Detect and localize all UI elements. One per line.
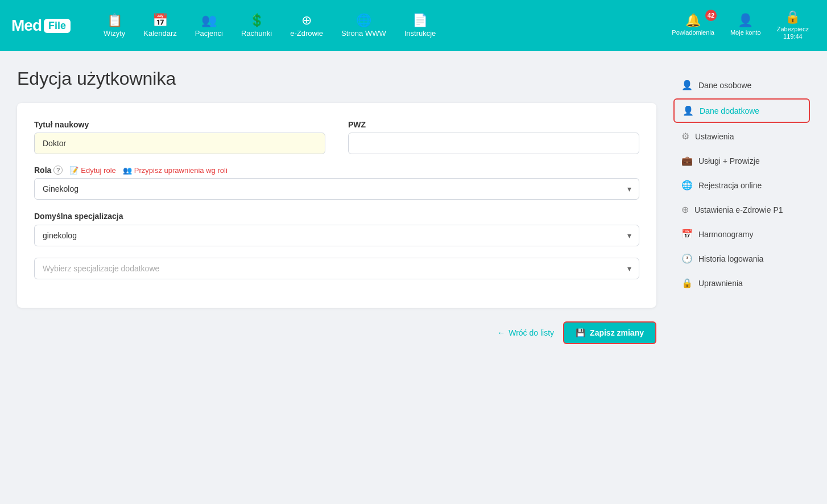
- ezdrowie-label: e-Zdrowie: [290, 29, 323, 38]
- save-icon: 💾: [576, 328, 585, 337]
- nav-item-instrukcje[interactable]: 📄 Instrukcje: [398, 10, 443, 42]
- domyslna-spec-section: Domyślna specjalizacja ginekologkardiolo…: [34, 211, 639, 246]
- kalendarz-label: Kalendarz: [143, 29, 177, 38]
- wizyty-label: Wizyty: [104, 29, 125, 38]
- stronawww-label: Strona WWW: [341, 29, 386, 38]
- harmonogramy-icon: 📅: [681, 229, 693, 239]
- logo[interactable]: Med File: [11, 16, 85, 35]
- nav-item-ezdrowie[interactable]: ⊕ e-Zdrowie: [283, 10, 330, 42]
- rola-label: Rola ?: [34, 166, 63, 175]
- rachunki-icon: 💲: [249, 14, 264, 27]
- domyslna-spec-wrapper: ginekologkardiologortopedapediatra: [34, 225, 639, 246]
- ezdrowie-icon: ⊕: [301, 14, 312, 27]
- sidebar-item-dane-dodatkowe[interactable]: 👤 Dane dodatkowe: [673, 98, 810, 123]
- content-area: Edycja użytkownika Tytuł naukowy PWZ Rol…: [17, 68, 656, 344]
- mojekonto-label: Moje konto: [730, 29, 761, 36]
- tytul-label: Tytuł naukowy: [34, 120, 325, 129]
- rejestracja-online-icon: 🌐: [681, 180, 693, 191]
- dane-osobowe-icon: 👤: [681, 80, 693, 90]
- spec-dodatkowe-wrapper: Wybierz specjalizacje dodatkowe: [34, 258, 639, 279]
- instrukcje-label: Instrukcje: [404, 29, 436, 38]
- sidebar-label-uprawnienia: Uprawnienia: [698, 279, 743, 288]
- sidebar-label-historia-logowania: Historia logowania: [698, 254, 763, 263]
- form-card: Tytuł naukowy PWZ Rola ? 📝 E: [17, 103, 656, 308]
- sidebar-label-ustawienia: Ustawienia: [695, 132, 734, 141]
- rola-select[interactable]: GinekologLekarzPielęgniarkaRecepcjonistk…: [34, 178, 639, 200]
- historia-logowania-icon: 🕐: [681, 253, 693, 264]
- kalendarz-icon: 📅: [152, 14, 168, 27]
- main-content: Edycja użytkownika Tytuł naukowy PWZ Rol…: [0, 51, 827, 361]
- sidebar-label-rejestracja-online: Rejestracja online: [698, 181, 762, 190]
- save-button[interactable]: 💾 Zapisz zmiany: [563, 321, 656, 344]
- action-row: ← Wróć do listy 💾 Zapisz zmiany: [17, 321, 656, 344]
- domyslna-spec-select[interactable]: ginekologkardiologortopedapediatra: [34, 225, 639, 246]
- powiadomienia-label: Powiadomienia: [672, 29, 714, 36]
- tytul-input[interactable]: [34, 133, 325, 154]
- pacjenci-icon: 👥: [201, 14, 217, 27]
- sidebar-label-dane-dodatkowe: Dane dodatkowe: [700, 106, 759, 115]
- nav-item-kalendarz[interactable]: 📅 Kalendarz: [137, 10, 184, 42]
- spec-dodatkowe-select[interactable]: Wybierz specjalizacje dodatkowe: [34, 258, 639, 279]
- uslugi-prowizje-icon: 💼: [681, 155, 693, 166]
- sidebar-item-harmonogramy[interactable]: 📅 Harmonogramy: [673, 223, 810, 245]
- sidebar-item-historia-logowania[interactable]: 🕐 Historia logowania: [673, 247, 810, 270]
- nav-right-powiadomienia[interactable]: 42 🔔 Powiadomienia: [665, 10, 721, 41]
- ustawienia-icon: ⚙: [681, 131, 689, 142]
- page-title: Edycja użytkownika: [17, 68, 656, 89]
- dane-dodatkowe-icon: 👤: [683, 105, 694, 116]
- rola-select-wrapper: GinekologLekarzPielęgniarkaRecepcjonistk…: [34, 178, 639, 200]
- domyslna-spec-label: Domyślna specjalizacja: [34, 212, 123, 221]
- przypisz-uprawnienia-button[interactable]: 👥 Przypisz uprawnienia wg roli: [123, 166, 228, 175]
- mojekonto-icon: 👤: [738, 14, 753, 27]
- stronawww-icon: 🌐: [356, 14, 371, 27]
- sidebar-item-uprawnienia[interactable]: 🔒 Uprawnienia: [673, 272, 810, 294]
- nav-items: 📋 Wizyty 📅 Kalendarz 👥 Pacjenci 💲 Rachun…: [97, 10, 659, 42]
- logo-med: Med: [11, 16, 42, 35]
- pwz-label: PWZ: [348, 120, 639, 129]
- tytul-group: Tytuł naukowy: [34, 120, 325, 154]
- role-label-row: Rola ? 📝 Edytuj role 👥 Przypisz uprawnie…: [34, 166, 639, 175]
- edytuj-role-button[interactable]: 📝 Edytuj role: [69, 166, 115, 175]
- sidebar-item-dane-osobowe[interactable]: 👤 Dane osobowe: [673, 74, 810, 96]
- nav-right-zabezpiecz[interactable]: 🔒 Zabezpiecz119:44: [770, 6, 816, 45]
- sidebar-item-uslugi-prowizje[interactable]: 💼 Usługi + Prowizje: [673, 150, 810, 172]
- pacjenci-label: Pacjenci: [195, 29, 223, 38]
- sidebar: 👤 Dane osobowe 👤 Dane dodatkowe ⚙ Ustawi…: [673, 68, 810, 344]
- nav-item-wizyty[interactable]: 📋 Wizyty: [97, 10, 132, 42]
- ustawienia-ezdrowie-icon: ⊕: [681, 204, 689, 215]
- rola-section: Rola ? 📝 Edytuj role 👥 Przypisz uprawnie…: [34, 166, 639, 200]
- pwz-group: PWZ: [348, 120, 639, 154]
- uprawnienia-icon: 🔒: [681, 278, 693, 288]
- zabezpiecz-icon: 🔒: [785, 11, 800, 23]
- form-row-1: Tytuł naukowy PWZ: [34, 120, 639, 154]
- nav-item-stronawww[interactable]: 🌐 Strona WWW: [334, 10, 393, 42]
- rachunki-label: Rachunki: [241, 29, 272, 38]
- edit-icon: 📝: [69, 166, 78, 175]
- nav-right: 42 🔔 Powiadomienia 👤 Moje konto 🔒 Zabezp…: [665, 6, 816, 45]
- sidebar-label-uslugi-prowizje: Usługi + Prowizje: [698, 156, 760, 166]
- top-navigation: Med File 📋 Wizyty 📅 Kalendarz 👥 Pacjenci…: [0, 0, 827, 51]
- rola-help-icon[interactable]: ?: [53, 166, 63, 175]
- sidebar-label-ustawienia-ezdrowie: Ustawienia e-Zdrowie P1: [694, 205, 783, 214]
- pwz-input[interactable]: [348, 133, 639, 154]
- sidebar-label-dane-osobowe: Dane osobowe: [698, 81, 751, 90]
- powiadomienia-icon: 🔔: [685, 14, 701, 27]
- assign-icon: 👥: [123, 166, 132, 175]
- wizyty-icon: 📋: [107, 14, 122, 27]
- back-button[interactable]: ← Wróć do listy: [497, 328, 554, 337]
- sidebar-item-rejestracja-online[interactable]: 🌐 Rejestracja online: [673, 174, 810, 196]
- zabezpiecz-label: Zabezpiecz119:44: [777, 26, 809, 40]
- nav-item-pacjenci[interactable]: 👥 Pacjenci: [188, 10, 230, 42]
- spec-dodatkowe-section: Wybierz specjalizacje dodatkowe: [34, 258, 639, 279]
- notification-badge: 42: [705, 10, 717, 21]
- sidebar-label-harmonogramy: Harmonogramy: [698, 230, 753, 239]
- sidebar-item-ustawienia[interactable]: ⚙ Ustawienia: [673, 125, 810, 147]
- nav-item-rachunki[interactable]: 💲 Rachunki: [234, 10, 279, 42]
- back-arrow-icon: ←: [497, 328, 505, 337]
- sidebar-item-ustawienia-ezdrowie[interactable]: ⊕ Ustawienia e-Zdrowie P1: [673, 199, 810, 221]
- nav-right-mojekonto[interactable]: 👤 Moje konto: [723, 10, 768, 41]
- logo-file: File: [44, 19, 71, 33]
- instrukcje-icon: 📄: [412, 14, 428, 27]
